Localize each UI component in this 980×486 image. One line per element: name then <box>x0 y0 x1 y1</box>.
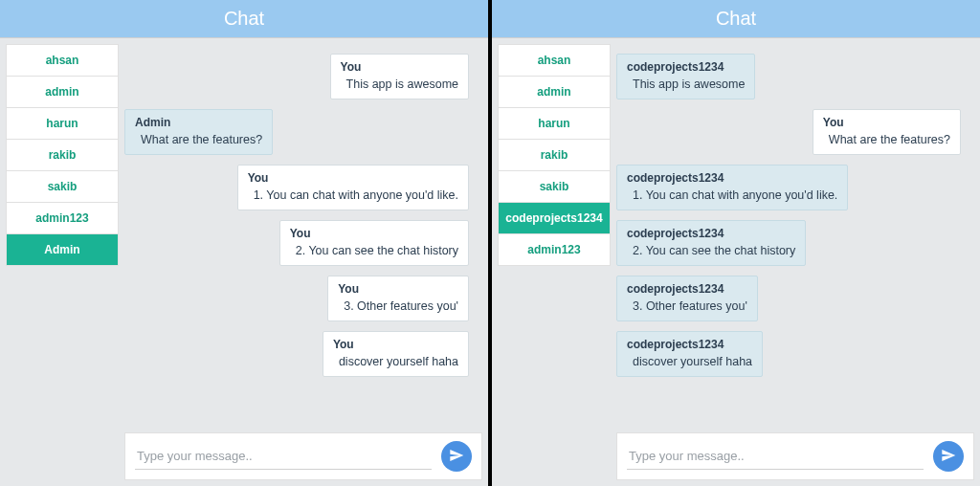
user-item-admin123[interactable]: admin123 <box>6 202 119 234</box>
user-item-rakib[interactable]: rakib <box>498 139 611 171</box>
user-item-admin-active[interactable]: Admin <box>6 233 119 266</box>
message-text: What are the features? <box>125 129 272 154</box>
message-text: 2. You can see the chat history <box>280 240 468 265</box>
message-input[interactable] <box>627 443 924 470</box>
composer <box>124 432 482 480</box>
chat-column: codeprojects1234 This app is awesome You… <box>616 44 974 480</box>
page-title: Chat <box>492 0 980 38</box>
message-text: discover yourself haha <box>323 351 468 376</box>
message-sender: You <box>238 166 468 185</box>
composer <box>616 432 974 480</box>
send-icon <box>449 448 464 466</box>
user-item-admin[interactable]: admin <box>498 76 611 108</box>
message-text: What are the features? <box>813 129 960 154</box>
message-sender: You <box>813 110 960 129</box>
split-container: Chat ahsan admin harun rakib sakib admin… <box>0 0 980 486</box>
user-list: ahsan admin harun rakib sakib codeprojec… <box>498 44 611 480</box>
message-bubble: Admin What are the features? <box>124 109 273 155</box>
user-item-ahsan[interactable]: ahsan <box>498 44 611 77</box>
message-list[interactable]: You This app is awesome Admin What are t… <box>124 44 482 427</box>
message-sender: codeprojects1234 <box>617 166 847 185</box>
message-bubble: codeprojects1234 2. You can see the chat… <box>616 220 806 266</box>
chat-pane-left: Chat ahsan admin harun rakib sakib admin… <box>0 0 488 486</box>
message-sender: codeprojects1234 <box>617 276 757 296</box>
message-sender: codeprojects1234 <box>617 221 805 240</box>
user-item-sakib[interactable]: sakib <box>6 170 119 203</box>
page-title: Chat <box>0 0 488 38</box>
message-text: This app is awesome <box>331 74 468 99</box>
user-item-rakib[interactable]: rakib <box>6 139 119 171</box>
send-icon <box>941 448 956 466</box>
user-item-admin123[interactable]: admin123 <box>498 233 611 266</box>
chat-body: ahsan admin harun rakib sakib codeprojec… <box>492 38 980 486</box>
message-bubble: You 1. You can chat with anyone you'd li… <box>237 165 469 210</box>
message-sender: You <box>323 332 468 351</box>
message-bubble: codeprojects1234 1. You can chat with an… <box>616 165 848 210</box>
message-text: 3. Other features you' <box>328 296 468 320</box>
message-sender: You <box>280 221 468 240</box>
message-text: This app is awesome <box>617 74 754 99</box>
message-bubble: codeprojects1234 This app is awesome <box>616 54 755 99</box>
message-input[interactable] <box>135 443 432 470</box>
send-button[interactable] <box>933 441 964 472</box>
message-list[interactable]: codeprojects1234 This app is awesome You… <box>616 44 974 427</box>
user-item-codeprojects1234[interactable]: codeprojects1234 <box>498 202 611 234</box>
message-bubble: codeprojects1234 3. Other features you' <box>616 276 758 321</box>
chat-column: You This app is awesome Admin What are t… <box>124 44 482 480</box>
message-text: discover yourself haha <box>617 351 762 376</box>
user-item-harun[interactable]: harun <box>498 107 611 140</box>
message-text: 2. You can see the chat history <box>617 240 805 265</box>
message-sender: You <box>331 55 468 74</box>
user-item-ahsan[interactable]: ahsan <box>6 44 119 77</box>
message-bubble: You What are the features? <box>813 109 961 155</box>
message-bubble: You 2. You can see the chat history <box>279 220 469 266</box>
message-bubble: You 3. Other features you' <box>327 276 469 321</box>
message-sender: codeprojects1234 <box>617 55 754 74</box>
message-bubble: You This app is awesome <box>330 54 469 99</box>
message-text: 3. Other features you' <box>617 296 757 320</box>
message-sender: Admin <box>125 110 272 129</box>
user-list: ahsan admin harun rakib sakib admin123 A… <box>6 44 119 480</box>
message-sender: codeprojects1234 <box>617 332 762 351</box>
message-sender: You <box>328 276 468 296</box>
user-item-admin[interactable]: admin <box>6 76 119 108</box>
message-bubble: codeprojects1234 discover yourself haha <box>616 331 763 377</box>
user-item-sakib[interactable]: sakib <box>498 170 611 203</box>
chat-body: ahsan admin harun rakib sakib admin123 A… <box>0 38 488 486</box>
message-text: 1. You can chat with anyone you'd like. <box>617 185 847 210</box>
user-item-harun[interactable]: harun <box>6 107 119 140</box>
chat-pane-right: Chat ahsan admin harun rakib sakib codep… <box>492 0 980 486</box>
send-button[interactable] <box>441 441 472 472</box>
message-bubble: You discover yourself haha <box>323 331 469 377</box>
message-text: 1. You can chat with anyone you'd like. <box>238 185 468 210</box>
